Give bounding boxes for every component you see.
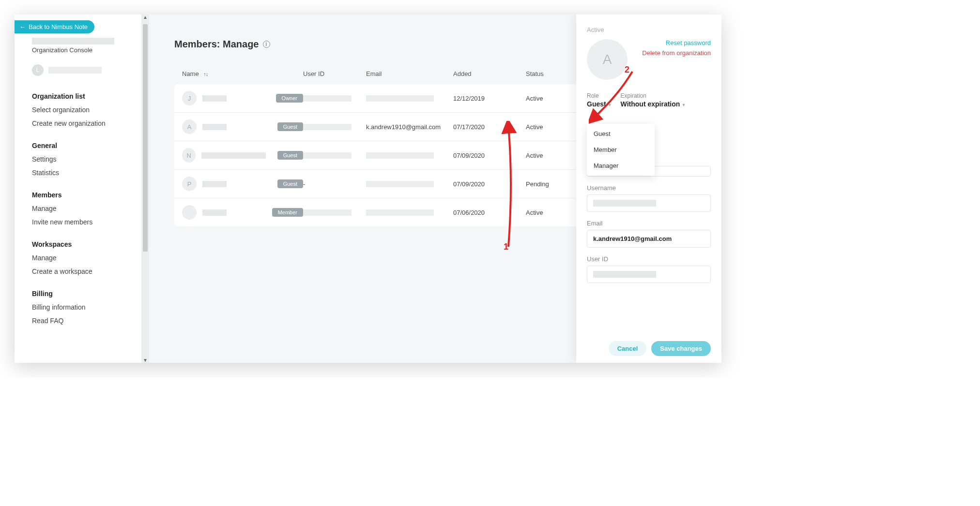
current-user-name-redacted (48, 67, 102, 74)
back-to-nimbus-button[interactable]: Back to Nimbus Note (15, 20, 94, 33)
email-field[interactable]: k.andrew1910@gmail.com (587, 230, 711, 248)
user-id-redacted (593, 271, 656, 278)
status-cell: Active (526, 123, 565, 131)
row-avatar (182, 205, 197, 220)
sidebar: Organization Console L Organization list… (15, 15, 141, 363)
role-badge: Guest (277, 122, 303, 131)
username-field[interactable] (587, 194, 711, 212)
name-cell: Member (182, 205, 303, 220)
row-avatar: N (182, 148, 196, 163)
added-cell: 07/17/2020 (453, 123, 526, 131)
cancel-button[interactable]: Cancel (609, 341, 647, 356)
added-cell: 07/09/2020 (453, 180, 526, 188)
email-label: Email (587, 220, 711, 227)
email-redacted (366, 209, 434, 216)
user-id-cell (303, 124, 366, 130)
nav-group: Organization listSelect organizationCrea… (15, 89, 141, 130)
added-cell: 07/09/2020 (453, 152, 526, 159)
save-changes-button[interactable]: Save changes (651, 341, 711, 356)
nav-item[interactable]: Invite new members (15, 215, 141, 229)
nav-item[interactable]: Manage (15, 202, 141, 215)
email-cell (366, 152, 453, 159)
nav-group-title: General (15, 139, 141, 152)
role-option[interactable]: Manager (587, 158, 655, 174)
nav-item[interactable]: Settings (15, 152, 141, 166)
nav-group-title: Members (15, 188, 141, 202)
name-cell: NGuest (182, 148, 303, 163)
email-cell (366, 209, 453, 216)
sort-arrows-icon[interactable]: ↑ ↓ (203, 71, 207, 77)
role-badge: Member (272, 208, 303, 217)
current-user-row[interactable]: L (32, 64, 130, 76)
col-name-label: Name (182, 70, 199, 77)
nav-group-title: Organization list (15, 89, 141, 103)
reset-password-link[interactable]: Reset password (634, 39, 711, 46)
user-id-field[interactable] (587, 266, 711, 283)
col-status[interactable]: Status (526, 70, 565, 77)
user-id-redacted (303, 152, 352, 159)
org-console-label: Organization Console (32, 46, 130, 54)
email-redacted (366, 152, 434, 159)
expiration-label: Expiration (621, 92, 686, 99)
role-option[interactable]: Member (587, 142, 655, 158)
app-shell: Back to Nimbus Note Organization Console… (15, 15, 721, 363)
role-option[interactable]: Guest (587, 126, 655, 142)
scrollbar-thumb[interactable] (143, 24, 148, 252)
email-cell (366, 95, 453, 102)
member-avatar: A (587, 39, 628, 80)
chevron-down-icon: ▼ (681, 103, 686, 107)
col-userid[interactable]: User ID (303, 70, 366, 77)
email-cell (366, 181, 453, 187)
expiration-dropdown-trigger[interactable]: Without expiration▼ (621, 100, 686, 108)
status-cell: Active (526, 152, 565, 159)
row-avatar: J (182, 91, 197, 105)
name-cell: PGuest (182, 177, 303, 191)
nav-item[interactable]: Create a workspace (15, 265, 141, 278)
name-cell: AGuest (182, 119, 303, 134)
col-name[interactable]: Name ↑ ↓ (182, 70, 303, 77)
col-added[interactable]: Added (453, 70, 526, 77)
name-cell: JOwner (182, 91, 303, 105)
sidebar-scrollbar[interactable]: ▲ ▼ (141, 15, 149, 363)
user-id-cell (303, 152, 366, 159)
nav-item[interactable]: Manage (15, 251, 141, 265)
email-redacted (366, 181, 434, 187)
status-cell: Pending (526, 180, 565, 188)
status-cell: Active (526, 95, 565, 102)
member-name-redacted (202, 95, 227, 102)
row-avatar: P (182, 177, 197, 191)
member-name-redacted (202, 181, 227, 187)
row-avatar: A (182, 119, 197, 134)
member-name-redacted (201, 152, 265, 159)
nav-item[interactable]: Statistics (15, 166, 141, 179)
user-id-redacted (303, 124, 352, 130)
nav-item[interactable]: Read FAQ (15, 314, 141, 327)
org-name-redacted (32, 38, 114, 45)
role-dropdown-trigger[interactable]: Guest▼ (587, 100, 612, 108)
email-redacted (366, 95, 434, 102)
member-status-label: Active (587, 26, 711, 33)
role-dropdown-menu[interactable]: GuestMemberManager (587, 124, 655, 176)
status-cell: Active (526, 209, 565, 216)
nav-item[interactable]: Select organization (15, 103, 141, 117)
col-email[interactable]: Email (366, 70, 453, 77)
delete-from-org-link[interactable]: Delete from organization (634, 49, 711, 57)
nav-group: GeneralSettingsStatistics (15, 139, 141, 179)
role-badge: Guest (277, 151, 303, 160)
info-icon[interactable]: i (263, 41, 270, 48)
nav-group: WorkspacesManageCreate a workspace (15, 238, 141, 278)
username-redacted (593, 200, 656, 207)
chevron-down-icon: ▼ (608, 103, 612, 107)
scroll-down-icon: ▼ (143, 357, 148, 363)
member-detail-panel: Active A Reset password Delete from orga… (576, 15, 721, 363)
role-badge: Owner (276, 94, 303, 103)
user-id-redacted (303, 209, 352, 216)
nav-item[interactable]: Billing information (15, 300, 141, 314)
nav-group: BillingBilling informationRead FAQ (15, 287, 141, 327)
user-id-cell (303, 209, 366, 216)
scroll-up-icon: ▲ (143, 15, 148, 20)
user-id-redacted (303, 95, 352, 102)
nav-group-title: Workspaces (15, 238, 141, 251)
role-label: Role (587, 92, 612, 99)
nav-item[interactable]: Create new organization (15, 117, 141, 130)
